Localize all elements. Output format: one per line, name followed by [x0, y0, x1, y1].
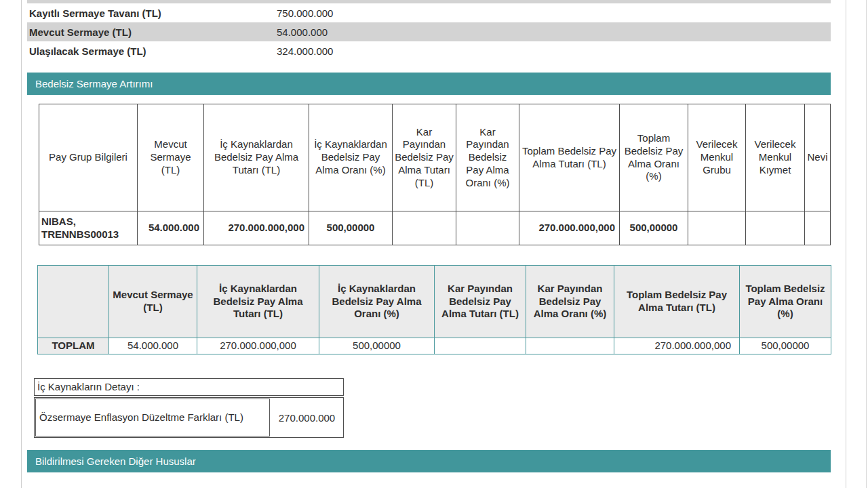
- window-right-edge: [866, 0, 867, 488]
- info-row-current-capital: Mevcut Sermaye (TL) 54.000.000: [27, 22, 831, 41]
- col-header: Nevi: [805, 104, 831, 211]
- cell-dividend-ratio: [456, 211, 519, 245]
- detail-label: Özsermaye Enflasyon Düzeltme Farkları (T…: [35, 399, 270, 436]
- col-header: İç Kaynaklardan Bedelsiz Pay Alma Oranı …: [319, 266, 435, 338]
- col-header: Verilecek Menkul Kıymet: [746, 104, 805, 211]
- pay-group-table: Pay Grup Bilgileri Mevcut Sermaye (TL) İ…: [39, 104, 831, 245]
- section-header-other-matters: Bildirilmesi Gereken Diğer Hususlar: [27, 450, 831, 472]
- info-value: 324.000.000: [277, 45, 831, 57]
- cell-total-amount: 270.000.000,000: [614, 338, 740, 354]
- pay-group-header-row: Pay Grup Bilgileri Mevcut Sermaye (TL) İ…: [39, 104, 831, 211]
- col-header: Kar Payından Bedelsiz Pay Alma Oranı (%): [456, 104, 519, 211]
- col-header: [38, 266, 109, 338]
- col-header: Toplam Bedelsiz Pay Alma Tutarı (TL): [614, 266, 740, 338]
- info-value: 750.000.000: [277, 7, 831, 19]
- cell-total-amount: 270.000.000,000: [519, 211, 620, 245]
- totals-data-row: TOPLAM 54.000.000 270.000.000,000 500,00…: [38, 338, 831, 354]
- cell-internal-ratio: 500,00000: [319, 338, 435, 354]
- col-header: Verilecek Menkul Grubu: [688, 104, 746, 211]
- totals-header-row: Mevcut Sermaye (TL) İç Kaynaklardan Bede…: [38, 266, 831, 338]
- internal-sources-detail-row: Özsermaye Enflasyon Düzeltme Farkları (T…: [34, 397, 344, 438]
- col-header: İç Kaynaklardan Bedelsiz Pay Alma Tutarı…: [204, 104, 309, 211]
- pay-group-data-row: NIBAS, TRENNBS00013 54.000.000 270.000.0…: [39, 211, 831, 245]
- panel-right-border: [846, 0, 846, 488]
- info-row-registered-capital: Kayıtlı Sermaye Tavanı (TL) 750.000.000: [27, 3, 831, 22]
- section-header-bonus-capital: Bedelsiz Sermaye Artırımı: [27, 73, 831, 95]
- col-header: Kar Payından Bedelsiz Pay Alma Tutarı (T…: [435, 266, 526, 338]
- info-label: Ulaşılacak Sermaye (TL): [27, 45, 277, 57]
- totals-table: Mevcut Sermaye (TL) İç Kaynaklardan Bede…: [37, 265, 831, 354]
- cell-dividend-ratio: [526, 338, 614, 354]
- col-header: Toplam Bedelsiz Pay Alma Oranı (%): [740, 266, 831, 338]
- col-header: İç Kaynaklardan Bedelsiz Pay Alma Oranı …: [309, 104, 393, 211]
- cell-pay-group: NIBAS, TRENNBS00013: [39, 211, 138, 245]
- col-header: Mevcut Sermaye (TL): [109, 266, 197, 338]
- info-row-target-capital: Ulaşılacak Sermaye (TL) 324.000.000: [27, 41, 831, 60]
- cell-current-capital: 54.000.000: [109, 338, 197, 354]
- info-label: Mevcut Sermaye (TL): [27, 26, 277, 38]
- cell-total-ratio: 500,00000: [620, 211, 688, 245]
- cell-dividend-amount: [393, 211, 456, 245]
- internal-sources-detail-title: İç Kaynakların Detayı :: [34, 378, 344, 396]
- panel-left-border: [21, 0, 22, 488]
- info-value: 54.000.000: [277, 26, 831, 38]
- col-header: Pay Grup Bilgileri: [39, 104, 138, 211]
- disclosure-content: Kayıtlı Sermaye Tavanı (TL) 750.000.000 …: [27, 0, 831, 472]
- cell-internal-amount: 270.000.000,000: [197, 338, 319, 354]
- detail-value: 270.000.000: [271, 398, 343, 437]
- internal-sources-detail: İç Kaynakların Detayı : Özsermaye Enflas…: [34, 378, 344, 438]
- cell-type: [805, 211, 831, 245]
- col-header: Toplam Bedelsiz Pay Alma Tutarı (TL): [519, 104, 620, 211]
- cell-total-ratio: 500,00000: [740, 338, 831, 354]
- cell-security: [746, 211, 805, 245]
- col-header: Mevcut Sermaye (TL): [138, 104, 204, 211]
- col-header: İç Kaynaklardan Bedelsiz Pay Alma Tutarı…: [197, 266, 319, 338]
- cell-security-group: [688, 211, 746, 245]
- col-header: Toplam Bedelsiz Pay Alma Oranı (%): [620, 104, 688, 211]
- cell-current-capital: 54.000.000: [138, 211, 204, 245]
- info-label: Kayıtlı Sermaye Tavanı (TL): [27, 7, 277, 19]
- cell-internal-amount: 270.000.000,000: [204, 211, 309, 245]
- cell-internal-ratio: 500,00000: [309, 211, 393, 245]
- cell-dividend-amount: [435, 338, 526, 354]
- cell-total-label: TOPLAM: [38, 338, 109, 354]
- col-header: Kar Payından Bedelsiz Pay Alma Tutarı (T…: [393, 104, 456, 211]
- col-header: Kar Payından Bedelsiz Pay Alma Oranı (%): [526, 266, 614, 338]
